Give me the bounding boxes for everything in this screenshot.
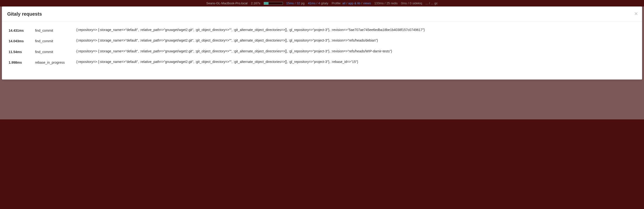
gitaly-label: gitaly — [321, 2, 328, 5]
sep: / — [429, 2, 430, 5]
request-method: rebase_in_progress — [35, 59, 76, 64]
request-details: {:repository=> {:storage_name=>"default"… — [76, 38, 635, 43]
gc-right: ... — [431, 2, 434, 5]
sep: / — [346, 2, 348, 5]
request-row: 11.54msfind_commit{:repository=> {:stora… — [9, 49, 635, 54]
profile-all[interactable]: all — [342, 2, 346, 5]
profiler-gitaly[interactable]: 41ms / 4 gitaly — [308, 2, 328, 5]
progress-meter — [264, 2, 283, 5]
profiler-host: Seans-GL-MacBook-Pro.local — [206, 2, 248, 5]
profiler-sidekiq[interactable]: 0ms / 0 sidekiq — [401, 2, 422, 5]
gitaly-time: 41ms — [308, 2, 316, 5]
request-duration: 14.431ms — [9, 27, 35, 33]
profile-label: Profile: — [332, 2, 341, 5]
redis-time: 133ms — [374, 2, 384, 5]
gitaly-count: 4 — [318, 2, 320, 5]
request-method: find_commit — [35, 49, 76, 54]
profiler-redis[interactable]: 133ms / 25 redis — [374, 2, 398, 5]
request-details: {:repository=> {:storage_name=>"default"… — [76, 59, 635, 64]
gitaly-requests-modal: Gitaly requests × 14.431msfind_commit{:r… — [2, 7, 642, 80]
redis-count: 25 — [386, 2, 390, 5]
request-row: 1.998msrebase_in_progress{:repository=> … — [9, 59, 635, 64]
profile-views[interactable]: views — [363, 2, 371, 5]
profiler-gc[interactable]: ... / ... gc — [426, 2, 438, 5]
request-row: 14.043msfind_commit{:repository=> {:stor… — [9, 38, 635, 43]
pg-time: 15ms — [286, 2, 294, 5]
profiler-profile: Profile: all / app & lib / views — [332, 2, 371, 5]
profiler-total-time: 2.167s — [251, 2, 260, 5]
modal-overlay: Gitaly requests × 14.431msfind_commit{:r… — [0, 7, 644, 119]
sidekiq-label: sidekiq — [412, 2, 422, 5]
sidekiq-time: 0ms — [401, 2, 407, 5]
request-details: {:repository=> {:storage_name=>"default"… — [76, 27, 635, 33]
close-icon: × — [634, 10, 638, 17]
gc-label: gc — [434, 2, 438, 5]
sep: / — [295, 2, 296, 5]
modal-body: 14.431msfind_commit{:repository=> {:stor… — [2, 21, 642, 72]
request-duration: 1.998ms — [9, 59, 35, 64]
gc-left: ... — [426, 2, 428, 5]
modal-title: Gitaly requests — [7, 11, 635, 17]
redis-label: redis — [391, 2, 398, 5]
request-duration: 14.043ms — [9, 38, 35, 43]
sidekiq-count: 0 — [410, 2, 411, 5]
request-method: find_commit — [35, 38, 76, 43]
request-row: 14.431msfind_commit{:repository=> {:stor… — [9, 27, 635, 33]
profiler-pg[interactable]: 15ms / 32 pg — [286, 2, 304, 5]
sep: / — [361, 2, 362, 5]
sep: / — [384, 2, 386, 5]
profiler-bar: Seans-GL-MacBook-Pro.local 2.167s 15ms /… — [0, 0, 644, 7]
close-button[interactable]: × — [634, 11, 638, 17]
request-duration: 11.54ms — [9, 49, 35, 54]
profile-app-lib[interactable]: app & lib — [348, 2, 360, 5]
pg-count: 32 — [296, 2, 300, 5]
modal-header: Gitaly requests × — [2, 7, 642, 21]
request-details: {:repository=> {:storage_name=>"default"… — [76, 49, 635, 54]
request-method: find_commit — [35, 27, 76, 33]
sep: / — [408, 2, 409, 5]
sep: / — [316, 2, 318, 5]
pg-label: pg — [301, 2, 304, 5]
